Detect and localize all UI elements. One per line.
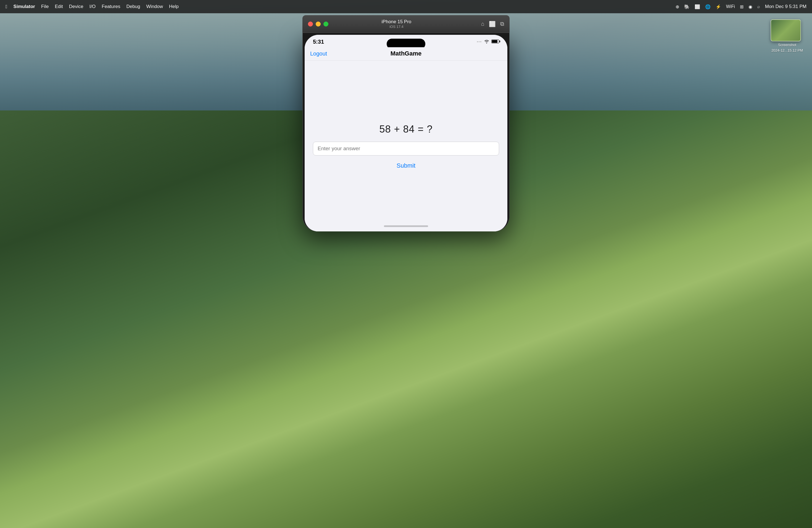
apple-logo-icon[interactable]:  — [5, 4, 8, 10]
signal-icon: ••• — [477, 40, 482, 44]
photos-icon[interactable]: ⬜ — [695, 4, 700, 10]
status-icons: ••• — [477, 40, 499, 44]
search-icon[interactable]: ⌕ — [757, 4, 760, 9]
menubar-io[interactable]: I/O — [89, 4, 96, 10]
menubar-right: ⊕ 🐘 ⬜ 🌐 ⚡ WiFi ⊞ ◉ ⌕ Mon Dec 9 5:31 PM — [676, 4, 807, 10]
menubar-file[interactable]: File — [41, 4, 48, 10]
home-indicator — [305, 221, 507, 231]
screenshot-thumbnail[interactable]: Screenshot 2024-12...15.12 PM — [771, 19, 804, 53]
device-name: iPhone 15 Pro — [382, 19, 411, 24]
status-time: 5:31 — [313, 39, 324, 45]
simulator-window: iPhone 15 Pro iOS 17.4 ⌂ ⬜ ⧉ 5:31 ••• — [302, 15, 510, 231]
siri-icon[interactable]: ◉ — [749, 4, 752, 10]
wifi-status-icon — [484, 40, 489, 44]
menubar-help[interactable]: Help — [169, 4, 179, 10]
screenshot-preview[interactable] — [771, 19, 801, 41]
window-title: iPhone 15 Pro iOS 17.4 — [316, 19, 477, 29]
screenshot-date: 2024-12...15.12 PM — [771, 48, 804, 53]
rotate-button[interactable]: ⧉ — [500, 21, 504, 27]
globe-icon[interactable]: 🌐 — [705, 4, 711, 10]
wifi-menu-icon[interactable]: WiFi — [726, 4, 735, 9]
answer-input[interactable] — [313, 142, 499, 156]
ios-version: iOS 17.4 — [316, 25, 477, 29]
math-question: 58 + 84 = ? — [379, 123, 433, 135]
close-button[interactable] — [308, 21, 313, 27]
app-content: 58 + 84 = ? Submit — [305, 61, 507, 221]
menubar-simulator[interactable]: Simulator — [14, 4, 35, 10]
nav-title: MathGame — [391, 50, 421, 57]
battery-menu-icon[interactable]: ⚡ — [715, 4, 721, 10]
screenshot-label: Screenshot — [771, 43, 804, 47]
controlcenter-icon[interactable]: ⊞ — [740, 4, 743, 10]
iphone-screen: 5:31 ••• — [305, 35, 507, 231]
home-button[interactable]: ⌂ — [481, 21, 484, 27]
contacts-icon[interactable]: 🐘 — [684, 4, 690, 10]
zoom-icon[interactable]: ⊕ — [676, 4, 679, 10]
submit-button[interactable]: Submit — [396, 162, 416, 169]
menubar-features[interactable]: Features — [102, 4, 120, 10]
window-controls: ⌂ ⬜ ⧉ — [481, 21, 504, 27]
nav-bar: Logout MathGame — [305, 47, 507, 61]
menubar-left:  Simulator File Edit Device I/O Feature… — [5, 4, 179, 10]
screenshot-button[interactable]: ⬜ — [489, 21, 496, 27]
iphone-frame: 5:31 ••• — [302, 33, 510, 231]
home-bar — [384, 225, 428, 227]
logout-button[interactable]: Logout — [310, 50, 327, 57]
menubar-edit[interactable]: Edit — [55, 4, 63, 10]
menubar-window[interactable]: Window — [146, 4, 163, 10]
window-titlebar: iPhone 15 Pro iOS 17.4 ⌂ ⬜ ⧉ — [302, 15, 510, 33]
menubar-clock: Mon Dec 9 5:31 PM — [765, 4, 807, 10]
menubar-device[interactable]: Device — [69, 4, 83, 10]
status-bar: 5:31 ••• — [305, 35, 507, 47]
battery-status-icon — [491, 40, 499, 44]
menubar-debug[interactable]: Debug — [126, 4, 140, 10]
menubar:  Simulator File Edit Device I/O Feature… — [0, 0, 812, 13]
